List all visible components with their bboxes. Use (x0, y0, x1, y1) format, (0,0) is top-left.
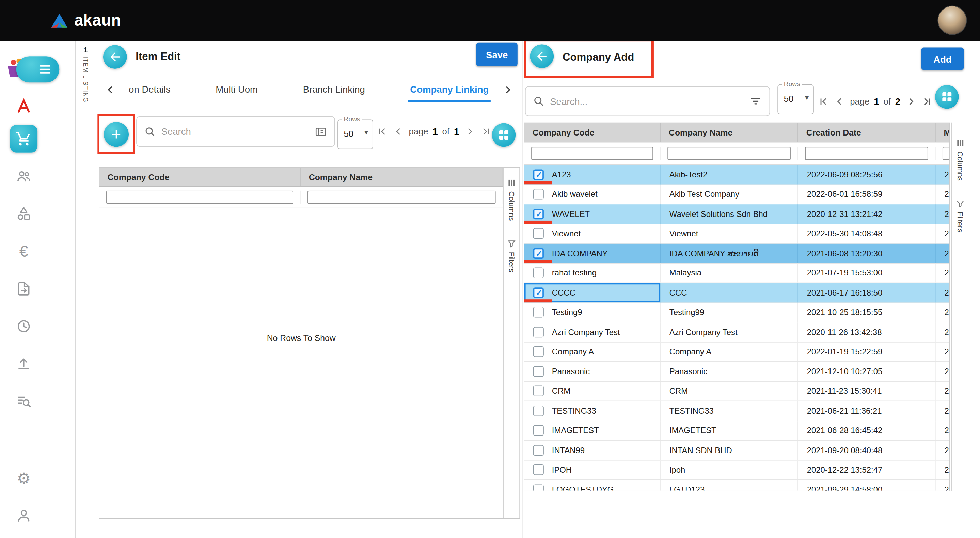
tab-common-details[interactable]: on Details (127, 77, 172, 102)
row-checkbox[interactable] (533, 484, 544, 491)
row-checkbox[interactable] (533, 209, 544, 219)
row-checkbox[interactable] (533, 465, 544, 475)
row-checkbox[interactable] (533, 287, 544, 298)
column-header-company-code[interactable]: Company Code (99, 167, 301, 186)
sidebar-toggle-button[interactable] (16, 56, 60, 83)
sidebar-item-pdf[interactable] (10, 92, 37, 120)
sidebar-item-upload[interactable] (10, 350, 37, 377)
prev-page-button[interactable] (393, 124, 404, 138)
table-row[interactable]: IDA COMPANY IDA COMPANY ສະບາຍດີ 2021-06-… (524, 244, 949, 264)
row-checkbox[interactable] (533, 386, 544, 396)
pdf-icon (16, 98, 32, 115)
last-page-button[interactable] (921, 94, 933, 108)
sidebar-item-export-document[interactable] (10, 275, 37, 303)
column-header-company-name[interactable]: Company Name (301, 167, 503, 186)
next-page-button[interactable] (905, 94, 917, 108)
filter-input-modified-date[interactable] (943, 147, 950, 160)
table-row[interactable]: LOGOTESTDYG LGTD123 2021-09-29 14:58:00 … (524, 480, 949, 491)
row-checkbox[interactable] (533, 248, 544, 258)
table-side-bar: Columns Filters (951, 123, 969, 491)
first-page-button[interactable] (818, 94, 829, 108)
table-row[interactable]: WAVELET Wavelet Solutions Sdn Bhd 2020-1… (524, 204, 949, 224)
last-page-button[interactable] (480, 124, 492, 138)
detail-view-icon[interactable] (314, 125, 327, 138)
side-tab-filters[interactable]: Filters (956, 199, 964, 232)
side-tab-filters[interactable]: Filters (508, 240, 516, 273)
column-header-modified-date[interactable]: M (936, 123, 949, 142)
table-row[interactable]: INTAN99 INTAN SDN BHD 2021-09-20 08:40:4… (524, 441, 949, 460)
sidebar-item-sales-cart[interactable] (10, 125, 37, 153)
filter-lines-icon[interactable] (749, 95, 762, 108)
table-row[interactable]: Testing9 Testing99 2021-10-25 18:15:55 2… (524, 303, 949, 323)
sidebar-item-search-list[interactable] (10, 387, 37, 415)
table-row[interactable]: rahat testing Malaysia 2021-07-19 15:53:… (524, 264, 949, 283)
tabs-scroll-right-button[interactable] (500, 81, 516, 98)
side-tab-columns[interactable]: Columns (956, 138, 964, 181)
sidebar-item-categories[interactable] (10, 200, 37, 228)
row-checkbox[interactable] (533, 267, 544, 278)
grid-view-button[interactable] (492, 123, 516, 147)
grid-view-button[interactable] (935, 85, 959, 109)
row-checkbox[interactable] (533, 425, 544, 436)
table-row[interactable]: Azri Company Test Azri Company Test 2020… (524, 323, 949, 342)
cell-creation-date: 2020-11-26 13:42:38 (798, 323, 936, 342)
row-checkbox[interactable] (533, 327, 544, 337)
filter-input-creation-date[interactable] (805, 147, 928, 160)
tab-multi-uom[interactable]: Multi Uom (214, 77, 260, 102)
rows-per-page-select[interactable]: Rows 50 ▾ (777, 84, 813, 115)
add-button[interactable]: Add (921, 47, 964, 70)
avatar[interactable] (938, 6, 966, 34)
row-checkbox[interactable] (533, 169, 544, 180)
row-checkbox[interactable] (533, 189, 544, 199)
row-checkbox[interactable] (533, 307, 544, 318)
table-row[interactable]: CCCC CCC 2021-06-17 16:18:50 20 (524, 283, 949, 303)
sidebar-item-history[interactable] (10, 313, 37, 340)
table-row[interactable]: Viewnet Viewnet 2022-05-30 14:08:48 20 (524, 224, 949, 244)
side-tab-columns[interactable]: Columns (508, 179, 516, 221)
panel-divider (522, 40, 523, 538)
filter-funnel-icon (956, 199, 964, 208)
sidebar-item-contacts[interactable] (10, 162, 37, 190)
rows-per-page-select[interactable]: Rows 50 ▾ (337, 119, 373, 150)
row-checkbox[interactable] (533, 366, 544, 377)
table-row[interactable]: IMAGETEST IMAGETEST 2021-06-28 16:45:42 … (524, 421, 949, 441)
sidebar-item-settings[interactable]: ⚙ (10, 465, 37, 492)
prev-page-button[interactable] (834, 94, 846, 108)
table-row[interactable]: CRM CRM 2021-11-23 15:30:41 20 (524, 382, 949, 401)
tab-branch-linking[interactable]: Branch Linking (301, 77, 367, 102)
back-button[interactable] (530, 44, 554, 68)
back-button[interactable] (103, 45, 127, 69)
cell-company-code: IMAGETEST (524, 421, 660, 440)
sidebar-item-profile[interactable] (10, 502, 37, 530)
cell-company-code: Azri Company Test (524, 323, 660, 342)
tabs-scroll-left-button[interactable] (102, 81, 118, 98)
add-company-link-button[interactable] (104, 122, 129, 147)
sidebar-item-finance[interactable]: € (10, 237, 37, 265)
filter-input-company-name[interactable] (307, 190, 495, 204)
search-input[interactable] (550, 96, 744, 107)
row-checkbox[interactable] (533, 346, 544, 357)
table-row[interactable]: TESTING33 TESTING33 2021-06-21 11:36:21 … (524, 401, 949, 421)
save-button[interactable]: Save (476, 43, 518, 67)
column-header-creation-date[interactable]: Creation Date (798, 123, 936, 142)
table-row[interactable]: Panasonic Panasonic 2021-12-10 10:27:05 … (524, 362, 949, 382)
filter-input-company-code[interactable] (106, 190, 293, 204)
column-header-company-code[interactable]: Company Code (524, 123, 660, 142)
filter-input-company-name[interactable] (667, 147, 791, 160)
search-input[interactable] (161, 126, 309, 137)
cell-company-name: CCC (660, 283, 798, 302)
next-page-button[interactable] (463, 124, 476, 138)
row-checkbox[interactable] (533, 406, 544, 416)
column-header-company-name[interactable]: Company Name (660, 123, 798, 142)
filter-input-company-code[interactable] (531, 147, 653, 160)
row-checkbox[interactable] (533, 228, 544, 239)
tab-company-linking[interactable]: Company Linking (408, 77, 491, 102)
row-checkbox[interactable] (533, 445, 544, 455)
pagination: page 1 of 2 (818, 94, 931, 108)
company-code-text: TESTING33 (552, 406, 596, 416)
table-row[interactable]: A123 Akib-Test2 2022-06-09 08:25:56 20 (524, 165, 949, 185)
table-row[interactable]: IPOH Ipoh 2020-12-22 13:52:47 20 (524, 460, 949, 480)
first-page-button[interactable] (376, 124, 388, 138)
table-row[interactable]: Akib wavelet Akib Test Company 2022-06-0… (524, 185, 949, 204)
table-row[interactable]: Company A Company A 2022-01-19 15:22:59 … (524, 342, 949, 362)
